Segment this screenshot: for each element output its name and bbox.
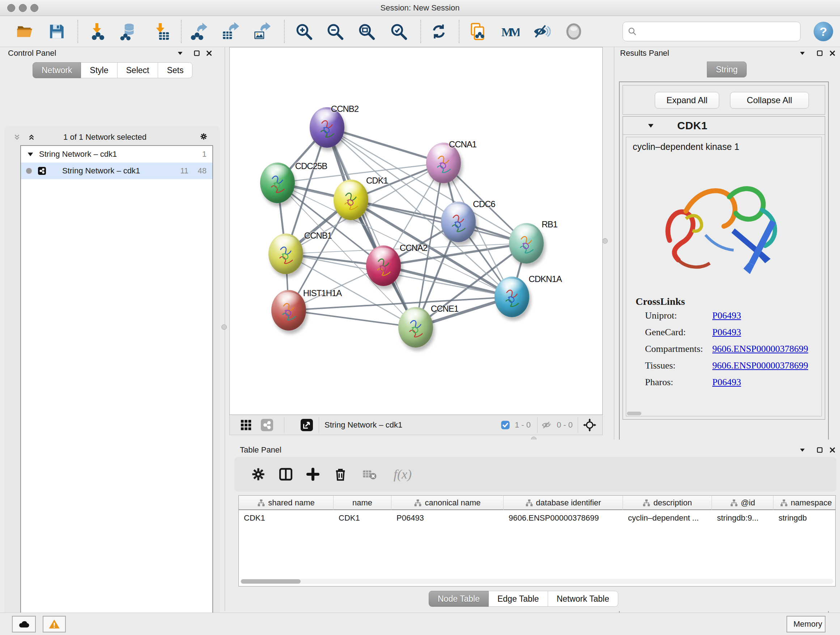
node-CCNB1[interactable] bbox=[268, 233, 303, 274]
node-RB1[interactable] bbox=[509, 223, 544, 264]
open-session-button[interactable] bbox=[14, 21, 35, 42]
warnings-button[interactable] bbox=[43, 616, 66, 632]
save-session-button[interactable] bbox=[47, 21, 67, 42]
table-cell[interactable]: P06493 bbox=[392, 511, 504, 525]
expand-all-button[interactable]: Expand All bbox=[655, 92, 719, 109]
import-table-file-button[interactable] bbox=[151, 21, 172, 42]
node-CCNA2[interactable] bbox=[366, 245, 401, 286]
network-collection-row[interactable]: String Network – cdk1 1 bbox=[21, 146, 212, 163]
node-CDKN1A[interactable] bbox=[494, 277, 529, 317]
panel-close-button[interactable] bbox=[204, 48, 215, 59]
tab-string[interactable]: String bbox=[707, 62, 747, 78]
panel-menu-button[interactable] bbox=[797, 48, 808, 59]
export-image-button[interactable] bbox=[252, 21, 272, 42]
column-header-namespace[interactable]: namespace bbox=[774, 496, 836, 510]
export-table-button[interactable] bbox=[220, 21, 240, 42]
column-header-name[interactable]: name bbox=[333, 496, 392, 510]
table-horizontal-scrollbar[interactable] bbox=[240, 579, 834, 584]
mini-scrollbar-thumb[interactable] bbox=[627, 412, 641, 415]
column-header-@id[interactable]: @id bbox=[712, 496, 774, 510]
crosslink-link[interactable]: P06493 bbox=[712, 310, 741, 321]
delete-table-button[interactable] bbox=[361, 466, 378, 483]
node-CDK1[interactable] bbox=[333, 180, 368, 220]
clone-network-button[interactable] bbox=[468, 21, 488, 42]
column-header-canonical-name[interactable]: canonical name bbox=[392, 496, 504, 510]
string-view-button[interactable] bbox=[261, 418, 273, 432]
crosslink-link[interactable]: 9606.ENSP00000378699 bbox=[712, 344, 808, 355]
column-header-database-identifier[interactable]: database identifier bbox=[504, 496, 623, 510]
table-settings-button[interactable] bbox=[249, 466, 267, 483]
help-button[interactable]: ? bbox=[813, 22, 833, 41]
panel-float-button[interactable] bbox=[814, 445, 825, 455]
show-column-button[interactable] bbox=[277, 466, 294, 483]
zoom-fit-button[interactable] bbox=[356, 21, 377, 42]
function-builder-button[interactable]: f(x) bbox=[385, 466, 421, 483]
panel-float-button[interactable] bbox=[191, 48, 202, 59]
table-cell[interactable]: stringdb bbox=[774, 511, 836, 525]
memory-button[interactable]: Memory bbox=[786, 616, 826, 632]
gene-section-header[interactable]: CDK1 bbox=[623, 117, 825, 135]
network-canvas[interactable]: CCNB2CCNA1CDC25BCDK1CDC6RB1CCNB1CCNA2CDK… bbox=[229, 47, 603, 415]
node-CDC25B[interactable] bbox=[260, 163, 295, 203]
column-header-description[interactable]: description bbox=[623, 496, 712, 510]
table-cell[interactable]: CDK1 bbox=[333, 511, 392, 525]
crosshair-icon bbox=[583, 418, 597, 432]
edge-CCNE1-HIST1H1A[interactable] bbox=[289, 310, 416, 327]
node-HIST1H1A[interactable] bbox=[271, 290, 306, 331]
panel-close-button[interactable] bbox=[827, 48, 838, 59]
table-cell[interactable]: CDK1 bbox=[239, 511, 333, 525]
create-column-button[interactable] bbox=[304, 466, 322, 483]
grid-view-button[interactable] bbox=[240, 418, 252, 432]
network-options-gear-icon[interactable] bbox=[198, 131, 209, 142]
tab-network-table[interactable]: Network Table bbox=[548, 591, 618, 607]
tab-node-table[interactable]: Node Table bbox=[429, 591, 489, 607]
tab-edge-table[interactable]: Edge Table bbox=[489, 591, 548, 607]
tab-network[interactable]: Network bbox=[33, 62, 81, 78]
hidden-toggle[interactable] bbox=[542, 418, 553, 432]
column-header-label: database identifier bbox=[536, 498, 601, 508]
node-CDC6[interactable] bbox=[441, 202, 476, 242]
tab-style[interactable]: Style bbox=[81, 62, 117, 78]
import-network-database-button[interactable] bbox=[118, 21, 139, 42]
scrollbar-thumb[interactable] bbox=[241, 579, 301, 584]
table-cell[interactable]: 9606.ENSP00000378699 bbox=[504, 511, 623, 525]
panel-menu-button[interactable] bbox=[175, 48, 186, 59]
edge-CCNB2-CCNA1[interactable] bbox=[327, 127, 444, 163]
zoom-out-button[interactable] bbox=[325, 21, 345, 42]
crosslink-link[interactable]: P06493 bbox=[712, 377, 741, 388]
panel-menu-button[interactable] bbox=[797, 445, 808, 455]
section-collapse-icon[interactable] bbox=[645, 120, 656, 131]
selected-checkbox[interactable] bbox=[500, 418, 510, 432]
search-input[interactable] bbox=[640, 27, 796, 36]
splitter-handle[interactable] bbox=[221, 325, 227, 330]
network-row-selected[interactable]: String Network – cdk1 11 48 bbox=[21, 163, 212, 179]
crosslink-link[interactable]: 9606.ENSP00000378699 bbox=[712, 360, 808, 371]
panel-float-button[interactable] bbox=[814, 48, 825, 59]
birds-eye-view-button[interactable] bbox=[583, 418, 597, 432]
refresh-view-button[interactable] bbox=[429, 21, 449, 42]
table-row[interactable]: CDK1CDK1P064939606.ENSP00000378699cyclin… bbox=[239, 511, 836, 525]
tab-select[interactable]: Select bbox=[118, 62, 158, 78]
splitter-handle[interactable] bbox=[602, 238, 608, 244]
zoom-in-button[interactable] bbox=[294, 21, 314, 42]
export-network-button[interactable] bbox=[189, 21, 210, 42]
table-cell[interactable]: stringdb:9... bbox=[712, 511, 774, 525]
tab-sets[interactable]: Sets bbox=[158, 62, 193, 78]
zoom-selected-button[interactable] bbox=[388, 21, 409, 42]
table-panel-title: Table Panel bbox=[240, 445, 281, 455]
tree-expand-icon[interactable] bbox=[26, 149, 35, 160]
crosslink-link[interactable]: P06493 bbox=[712, 327, 741, 338]
show-all-button[interactable] bbox=[564, 21, 584, 42]
column-header-shared-name[interactable]: shared name bbox=[239, 496, 333, 510]
table-cell[interactable]: cyclin–dependent ... bbox=[623, 511, 712, 525]
crosslink-label: Tissues: bbox=[645, 360, 676, 371]
collapse-all-button[interactable]: Collapse All bbox=[730, 92, 809, 109]
delete-column-button[interactable] bbox=[332, 466, 349, 483]
hide-selected-button[interactable] bbox=[531, 21, 552, 42]
open-in-string-button[interactable] bbox=[301, 418, 313, 432]
node-CCNE1[interactable] bbox=[398, 307, 433, 348]
panel-close-button[interactable] bbox=[827, 445, 838, 455]
import-network-file-button[interactable] bbox=[88, 21, 108, 42]
first-neighbors-button[interactable]: MM bbox=[500, 21, 521, 42]
cloud-button[interactable] bbox=[12, 616, 36, 632]
